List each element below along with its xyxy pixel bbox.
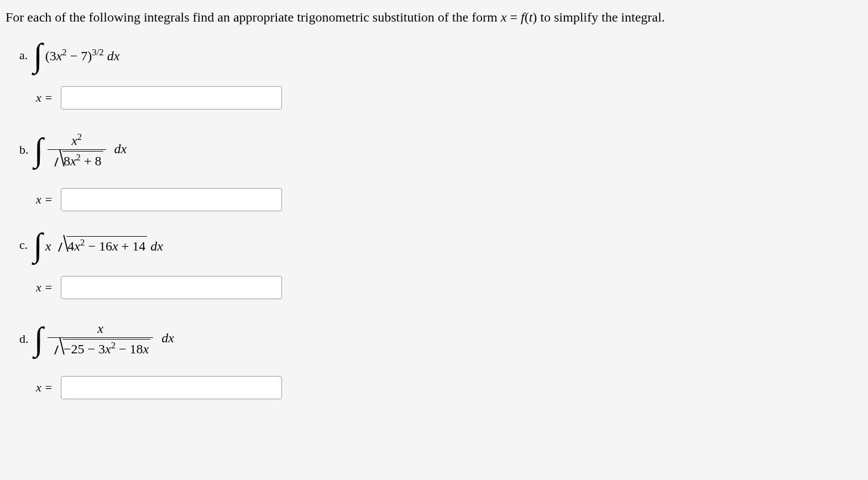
problem-a-integral: a. ∫ (3x2 − 7)3/2 dx — [19, 44, 862, 67]
problem-b: b. ∫ x2 8x2 + 8 dx x = — [19, 132, 862, 211]
x-equals-label: x = — [36, 192, 53, 207]
problem-c-answer-input[interactable] — [61, 276, 282, 299]
problem-b-label: b. — [19, 143, 29, 157]
instruction-text: For each of the following integrals find… — [6, 8, 862, 27]
problem-a-answer-input[interactable] — [61, 86, 282, 109]
problem-c-label: c. — [19, 238, 28, 252]
problem-c: c. ∫ x 4x2 − 16x + 14 dx x = — [19, 233, 862, 299]
problem-b-expression: x2 8x2 + 8 dx — [46, 132, 127, 169]
integral-sign-icon: ∫ — [33, 233, 42, 257]
problem-d-answer-input[interactable] — [61, 376, 282, 399]
problem-a-expression: (3x2 − 7)3/2 dx — [45, 47, 120, 64]
integral-sign-icon: ∫ — [33, 44, 42, 67]
x-equals-label: x = — [36, 91, 53, 105]
x-equals-label: x = — [36, 280, 53, 295]
problem-b-answer-row: x = — [36, 188, 862, 211]
problem-d: d. ∫ x −25 − 3x2 − 18x dx x = — [19, 321, 862, 399]
x-equals-label: x = — [36, 380, 53, 395]
problem-a-answer-row: x = — [36, 86, 862, 109]
problem-b-integral: b. ∫ x2 8x2 + 8 dx — [19, 132, 862, 169]
integral-sign-icon: ∫ — [34, 138, 43, 161]
integral-sign-icon: ∫ — [34, 327, 43, 351]
problem-c-expression: x 4x2 − 16x + 14 dx — [45, 236, 163, 254]
problem-c-integral: c. ∫ x 4x2 − 16x + 14 dx — [19, 233, 862, 257]
problem-d-integral: d. ∫ x −25 − 3x2 − 18x dx — [19, 321, 862, 357]
problem-a-label: a. — [19, 48, 28, 62]
problem-d-label: d. — [19, 332, 29, 346]
problem-c-answer-row: x = — [36, 276, 862, 299]
problem-b-answer-input[interactable] — [61, 188, 282, 211]
problem-a: a. ∫ (3x2 − 7)3/2 dx x = — [19, 44, 862, 109]
problem-d-answer-row: x = — [36, 376, 862, 399]
problem-d-expression: x −25 − 3x2 − 18x dx — [46, 321, 174, 357]
